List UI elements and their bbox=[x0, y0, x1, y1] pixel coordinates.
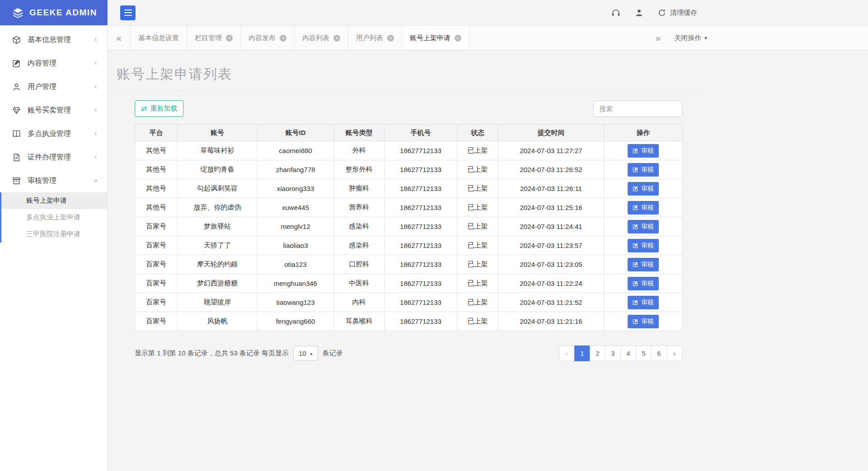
cell-account: 风扬帆 bbox=[178, 312, 258, 331]
review-button[interactable]: 审核 bbox=[628, 163, 659, 177]
tab-close-icon[interactable]: × bbox=[455, 35, 461, 42]
review-button[interactable]: 审核 bbox=[628, 315, 659, 328]
sidebar-item-multisite-practice[interactable]: 多点执业管理 bbox=[0, 122, 107, 145]
page-button-1[interactable]: 1 bbox=[574, 345, 590, 361]
submenu-item-label: 三甲医院注册申请 bbox=[26, 230, 80, 238]
page-next-button[interactable]: › bbox=[666, 345, 682, 361]
review-button[interactable]: 审核 bbox=[628, 220, 659, 233]
sidebar-item-certificate-mgmt[interactable]: 证件办理管理 bbox=[0, 145, 107, 169]
cell-account: 绽放旳青春 bbox=[178, 160, 258, 179]
tab-column-mgmt[interactable]: 栏目管理 × bbox=[187, 26, 241, 50]
pencil-square-icon bbox=[633, 299, 638, 305]
headset-icon[interactable] bbox=[611, 9, 620, 17]
clear-cache-button[interactable]: 清理缓存 bbox=[658, 9, 697, 17]
submenu-item-multisite-listing[interactable]: 多点执业上架申请 bbox=[1, 209, 107, 226]
cell-account-type: 口腔科 bbox=[334, 255, 385, 274]
table-toolbar: ⇄ 重新加载 bbox=[135, 100, 682, 117]
cell-phone: 18627712133 bbox=[385, 312, 457, 331]
cell-phone: 18627712133 bbox=[385, 293, 457, 312]
cell-phone: 18627712133 bbox=[385, 179, 457, 198]
table-row: 百家号 眺望彼岸 tiaowang123 内科 18627712133 已上架 … bbox=[135, 293, 683, 312]
tab-close-icon[interactable]: × bbox=[226, 35, 233, 42]
sidebar-item-content-mgmt[interactable]: 内容管理 bbox=[0, 51, 107, 75]
tab-close-icon[interactable]: × bbox=[333, 35, 340, 42]
tabbar: « 基本信息设置 栏目管理 × 内容发布 × 内容列表 × 用户 bbox=[108, 26, 868, 51]
tab-content-publish[interactable]: 内容发布 × bbox=[241, 26, 295, 50]
chevron-left-icon bbox=[93, 107, 99, 113]
submenu-item-account-listing[interactable]: 账号上架申请 bbox=[1, 192, 107, 209]
sidebar-item-basic-info[interactable]: 基本信息管理 bbox=[0, 28, 107, 51]
status-badge: 已上架 bbox=[457, 160, 498, 179]
search-input[interactable] bbox=[593, 101, 682, 117]
sidebar-item-account-trade[interactable]: 账号买卖管理 bbox=[0, 98, 107, 122]
review-button[interactable]: 审核 bbox=[628, 144, 659, 158]
review-button[interactable]: 审核 bbox=[628, 258, 659, 271]
cell-account-id: zhanfang778 bbox=[258, 160, 334, 179]
page-button-4[interactable]: 4 bbox=[620, 345, 636, 361]
sidebar-item-review-mgmt[interactable]: 审核管理 bbox=[0, 169, 107, 192]
page-size-select[interactable]: 10 ▴ bbox=[293, 346, 318, 361]
table-row: 其他号 勾起讽刺笑容 xiaorong333 肿瘤科 18627712133 已… bbox=[135, 179, 683, 198]
cell-account-id: liaoliao3 bbox=[258, 236, 334, 255]
tab-label: 用户列表 bbox=[356, 34, 383, 42]
table-row: 百家号 天骄了了 liaoliao3 感染科 18627712133 已上架 2… bbox=[135, 236, 683, 255]
tab-close-icon[interactable]: × bbox=[387, 35, 394, 42]
cell-account: 勾起讽刺笑容 bbox=[178, 179, 258, 198]
records-summary-text: 显示第 1 到第 10 条记录，总共 53 条记录 每页显示 bbox=[135, 349, 289, 358]
cell-account-type: 中医科 bbox=[334, 274, 385, 293]
sidebar-item-user-mgmt[interactable]: 用户管理 bbox=[0, 75, 107, 98]
archive-icon bbox=[12, 177, 21, 185]
cell-platform: 百家号 bbox=[135, 217, 178, 236]
sidebar-toggle-button[interactable] bbox=[120, 5, 136, 20]
status-badge: 已上架 bbox=[457, 293, 498, 312]
table-row: 其他号 绽放旳青春 zhanfang778 整形外科 18627712133 已… bbox=[135, 160, 683, 179]
review-button[interactable]: 审核 bbox=[628, 277, 659, 290]
page-button-6[interactable]: 6 bbox=[651, 345, 667, 361]
review-button[interactable]: 审核 bbox=[628, 201, 659, 215]
close-operations-label: 关闭操作 bbox=[674, 34, 701, 42]
col-actions: 操作 bbox=[604, 125, 683, 141]
cell-account-type: 感染科 bbox=[334, 236, 385, 255]
tab-close-icon[interactable]: × bbox=[280, 35, 286, 42]
cell-submit-time: 2024-07-03 11:24:41 bbox=[498, 217, 604, 236]
review-button[interactable]: 审核 bbox=[628, 182, 659, 196]
reload-button[interactable]: ⇄ 重新加载 bbox=[135, 100, 183, 117]
submenu-item-hospital-register[interactable]: 三甲医院注册申请 bbox=[1, 226, 107, 242]
tabs-scroll-left-button[interactable]: « bbox=[108, 26, 130, 50]
cell-submit-time: 2024-07-03 11:21:52 bbox=[498, 293, 604, 312]
tab-account-listing-request[interactable]: 账号上架申请 × bbox=[402, 26, 469, 50]
tab-basic-info-settings[interactable]: 基本信息设置 bbox=[130, 26, 187, 50]
page-button-5[interactable]: 5 bbox=[636, 345, 652, 361]
table-row: 其他号 草莓味衬衫 caomei880 外科 18627712133 已上架 2… bbox=[135, 141, 683, 160]
pencil-square-icon bbox=[633, 261, 638, 267]
records-summary-suffix: 条记录 bbox=[323, 349, 343, 358]
page-title: 账号上架申请列表 bbox=[117, 65, 868, 84]
cell-account-id: xiaorong333 bbox=[258, 179, 334, 198]
cell-account-type: 内科 bbox=[334, 293, 385, 312]
review-button[interactable]: 审核 bbox=[628, 296, 659, 309]
tab-label: 内容列表 bbox=[302, 34, 329, 42]
page-prev-button[interactable]: ‹ bbox=[559, 345, 575, 361]
chevron-left-icon bbox=[93, 37, 99, 43]
data-table: 平台 账号 账号ID 账号类型 手机号 状态 提交时间 操作 其他号 bbox=[135, 124, 683, 331]
cell-platform: 百家号 bbox=[135, 274, 178, 293]
tabs-scroll-right-button[interactable]: » bbox=[656, 33, 661, 43]
open-tabs: 基本信息设置 栏目管理 × 内容发布 × 内容列表 × 用户列表 × bbox=[130, 26, 469, 50]
clear-cache-label: 清理缓存 bbox=[670, 9, 697, 17]
tab-content-list[interactable]: 内容列表 × bbox=[295, 26, 348, 50]
review-label: 审核 bbox=[641, 261, 654, 269]
user-icon[interactable] bbox=[635, 9, 643, 17]
page-button-3[interactable]: 3 bbox=[605, 345, 621, 361]
cell-account: 摩天轮的约颇 bbox=[178, 255, 258, 274]
cell-phone: 18627712133 bbox=[385, 198, 457, 217]
col-submit-time: 提交时间 bbox=[498, 125, 604, 141]
review-button[interactable]: 审核 bbox=[628, 239, 659, 252]
table-row: 百家号 风扬帆 fengyang660 耳鼻喉科 18627712133 已上架… bbox=[135, 312, 683, 331]
page-button-2[interactable]: 2 bbox=[590, 345, 605, 361]
cell-account-id: tiaowang123 bbox=[258, 293, 334, 312]
status-badge: 已上架 bbox=[457, 198, 498, 217]
status-badge: 已上架 bbox=[457, 141, 498, 160]
tab-user-list[interactable]: 用户列表 × bbox=[348, 26, 402, 50]
close-operations-button[interactable]: 关闭操作 ▾ bbox=[674, 34, 707, 42]
tab-label: 基本信息设置 bbox=[138, 34, 179, 42]
